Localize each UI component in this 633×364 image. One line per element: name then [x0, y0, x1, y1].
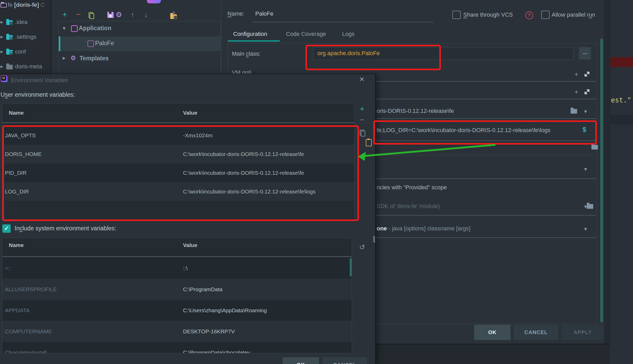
tree-item-palofe-selected[interactable]: PaloFe — [59, 36, 220, 51]
name-input[interactable]: PaloFe — [255, 10, 273, 17]
settings-folder-icon: ⚙ — [6, 35, 13, 40]
editor-background: est." — [610, 0, 633, 364]
tab-logs[interactable]: Logs — [342, 31, 355, 37]
column-header-value[interactable]: Value — [183, 110, 197, 116]
user-env-vars-label: User environment variables: — [1, 91, 75, 98]
form-scrollbar[interactable] — [600, 38, 603, 322]
chevron-right-icon[interactable]: ▸ — [63, 55, 66, 61]
remove-configuration-icon[interactable]: − — [74, 10, 83, 18]
name-label: Name: — [227, 10, 244, 17]
chevron-right-icon[interactable]: ▸ — [1, 34, 3, 40]
expand-field-icon[interactable] — [584, 71, 590, 77]
intellij-logo-icon: IJ — [1, 75, 8, 82]
column-header-value[interactable]: Value — [183, 242, 197, 248]
share-vcs-checkbox[interactable] — [452, 11, 461, 19]
copy-configuration-icon[interactable] — [89, 12, 93, 18]
tree-item-settings[interactable]: ▸ ⚙ .settings — [0, 33, 51, 41]
move-down-icon[interactable]: ↓ — [142, 10, 151, 19]
allow-parallel-run-checkbox[interactable] — [541, 11, 550, 19]
tab-code-coverage[interactable]: Code Coverage — [286, 31, 326, 37]
selection-indicator — [59, 36, 60, 51]
dropdown-icon[interactable]: ▾ — [584, 203, 587, 210]
add-configuration-icon[interactable]: + — [60, 10, 69, 19]
table-row[interactable]: DORIS_HOME C:\work\incubator-doris-DORIS… — [2, 145, 354, 164]
idea-folder-icon: IJ — [6, 20, 13, 25]
table-row[interactable]: ChocolateyInstall C:\ProgramData\chocola… — [2, 342, 352, 353]
remove-variable-icon[interactable]: − — [357, 116, 367, 124]
table-row[interactable]: COMPUTERNAME DESKTOP-16KRP7V — [2, 321, 352, 342]
dropdown-icon[interactable]: ▾ — [584, 166, 587, 173]
configurations-toolbar: + − ⚙ ↑ ↓ + A Z — [51, 10, 220, 19]
tree-group-templates[interactable]: ▸ ⚙ Templates — [59, 51, 220, 66]
user-env-vars-table: Name Value JAVA_OPTS -Xmx1024m DORIS_HOM… — [2, 103, 355, 220]
browse-folder-icon[interactable] — [571, 109, 577, 114]
tree-item-idea[interactable]: ▸ IJ .idea — [0, 18, 51, 26]
environment-variables-value[interactable]: fe;LOG_DIR=C:\work\incubator-doris-DORIS… — [377, 127, 578, 134]
close-icon[interactable]: × — [357, 74, 367, 84]
allow-parallel-run-label: Allow parallel run — [552, 11, 595, 18]
cancel-button[interactable]: CANCEL — [322, 357, 367, 364]
main-class-value: org.apache.doris.PaloFe — [317, 47, 380, 59]
working-directory-value[interactable]: oris-DORIS-0.12.12-release\fe — [377, 108, 454, 114]
column-header-name[interactable]: Name — [9, 242, 24, 248]
expand-field-icon[interactable] — [584, 88, 590, 95]
project-folder-icon — [1, 3, 7, 9]
include-system-env-checkbox[interactable]: ✓ — [2, 224, 11, 233]
doris-meta-folder-icon — [6, 65, 13, 69]
add-icon[interactable]: + — [572, 88, 580, 96]
conf-folder-icon: ⚙ — [6, 50, 13, 55]
tab-configuration[interactable]: Configuration — [233, 31, 267, 37]
table-row[interactable]: ALLUSERSPROFILE C:\ProgramData — [2, 279, 352, 300]
save-configuration-icon[interactable] — [107, 12, 114, 18]
header-separator — [2, 122, 354, 123]
dialog-right-gutter — [604, 0, 610, 344]
dialog-title: Environment Variables — [11, 77, 68, 84]
main-class-field[interactable]: org.apache.doris.PaloFe — [313, 47, 573, 60]
environment-variables-dialog: IJ Environment Variables × User environm… — [0, 74, 376, 364]
cancel-button[interactable]: CANCEL — [514, 325, 558, 340]
tree-item-conf[interactable]: ▸ ⚙ conf — [0, 48, 51, 56]
table-row[interactable]: APPDATA C:\Users\zhang\AppData\Roaming — [2, 300, 352, 321]
dollar-variables-icon[interactable]: $ — [583, 126, 586, 133]
provided-scope-label-clipped: ncies with "Provided" scope — [377, 184, 447, 191]
dropdown-icon[interactable]: ▾ — [584, 108, 587, 115]
ok-button[interactable]: OK — [474, 325, 511, 340]
paste-icon[interactable] — [366, 139, 372, 146]
main-class-label: Main class: — [232, 50, 260, 57]
shorten-command-line-value[interactable]: one - java [options] classname [args] — [377, 225, 471, 232]
apply-button-disabled[interactable]: APPLY — [562, 325, 604, 340]
edit-templates-gear-icon[interactable]: ⚙ — [114, 10, 123, 19]
project-title: fe [doris-fe] C — [8, 2, 45, 8]
table-row[interactable]: =:: ::\ — [2, 258, 352, 279]
ok-button[interactable]: OK — [283, 357, 319, 364]
column-header-name[interactable]: Name — [9, 110, 24, 116]
browse-folder-icon[interactable] — [587, 204, 593, 209]
screenshot-root: fe [doris-fe] C ▸ IJ .idea ▸ ⚙ .settings… — [0, 0, 633, 364]
include-system-env-label: Include system environment variables: — [15, 225, 116, 232]
add-variable-icon[interactable]: + — [357, 105, 367, 113]
table-scrollbar[interactable] — [350, 258, 352, 276]
browse-folder-icon[interactable] — [591, 145, 598, 150]
move-up-icon[interactable]: ↑ — [128, 10, 137, 19]
chevron-down-icon[interactable]: ▾ — [63, 25, 66, 32]
copy-icon[interactable] — [373, 236, 376, 242]
chevron-right-icon[interactable]: ▸ — [1, 48, 3, 55]
copy-icon[interactable] — [360, 130, 364, 135]
editor-selection-line — [610, 115, 633, 125]
share-vcs-label: Share through VCS — [463, 11, 513, 18]
help-icon[interactable]: ? — [525, 11, 533, 19]
tree-item-doris-meta[interactable]: ▸ doris-meta — [0, 63, 51, 70]
browse-main-class-button[interactable]: ... — [579, 47, 591, 60]
add-icon[interactable]: + — [572, 70, 580, 78]
table-row[interactable]: JAVA_OPTS -Xmx1024m — [2, 126, 354, 145]
jre-value-clipped[interactable]: SDK of 'doris-fe' module) — [377, 203, 440, 210]
chevron-right-icon[interactable]: ▸ — [1, 63, 3, 69]
dropdown-icon[interactable]: ▾ — [584, 226, 587, 232]
sort-alphabetically-icon[interactable]: A Z — [170, 11, 178, 18]
table-row[interactable]: LOG_DIR C:\work\incubator-doris-DORIS-0.… — [2, 182, 354, 201]
tree-group-application[interactable]: ▾ Application — [59, 21, 220, 36]
active-tab-underline — [228, 40, 280, 42]
reset-icon[interactable]: ↺ — [357, 243, 367, 251]
chevron-right-icon[interactable]: ▸ — [1, 19, 3, 25]
table-row[interactable]: PID_DIR C:\work\incubator-doris-DORIS-0.… — [2, 164, 354, 182]
